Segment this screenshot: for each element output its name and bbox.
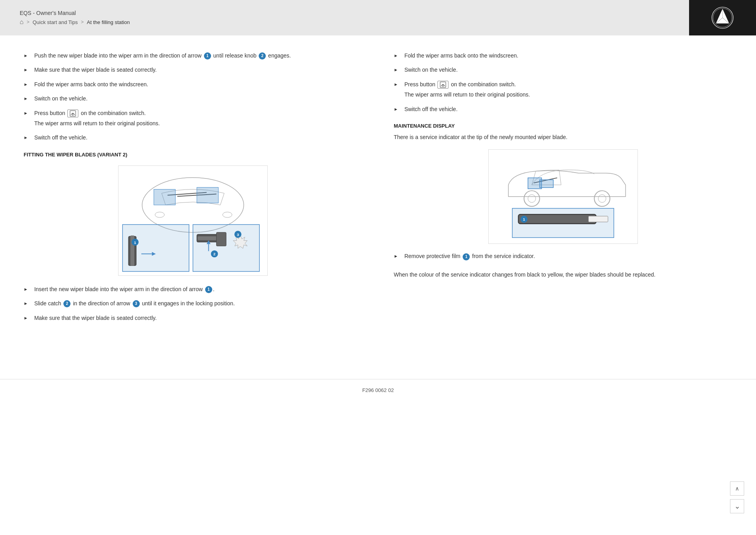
- bullet-1: ► Push the new wiper blade into the wipe…: [24, 51, 362, 60]
- right-bullet-text-1: Fold the wiper arms back onto the windsc…: [404, 51, 732, 60]
- page-code: F296 0062 02: [362, 387, 394, 393]
- bullet-8: ► Slide catch 2 in the direction of arro…: [24, 299, 362, 308]
- svg-rect-41: [588, 216, 608, 222]
- right-bullet-3-sub: The wiper arms will return to their orig…: [404, 90, 732, 99]
- right-bullet-text-2: Switch on the vehicle.: [404, 65, 732, 74]
- right-top-bullets: ► Fold the wiper arms back onto the wind…: [394, 51, 732, 113]
- chevron-down-icon: ⌄: [734, 502, 740, 511]
- bullet-3: ► Fold the wiper arms back onto the wind…: [24, 80, 362, 89]
- left-bottom-bullets: ► Insert the new wiper blade into the wi…: [24, 285, 362, 322]
- bullet-text-4: Switch on the vehicle.: [34, 94, 362, 103]
- breadcrumb-item1[interactable]: Quick start and Tips: [33, 19, 78, 25]
- right-bullet-text-3: Press button on the combination switch. …: [404, 80, 732, 99]
- svg-point-12: [155, 212, 165, 217]
- breadcrumb: ⌂ > Quick start and Tips > At the fillin…: [20, 19, 130, 26]
- bullet-arrow-8: ►: [24, 300, 28, 308]
- bullet-text-7: Insert the new wiper blade into the wipe…: [34, 285, 362, 294]
- maintenance-bullets: ► Remove protective film 1 from the serv…: [394, 252, 732, 260]
- variant2-image: 1 2: [118, 165, 268, 277]
- badge-8-3: 3: [133, 300, 140, 307]
- right-bullet-4: ► Switch off the vehicle.: [394, 105, 732, 113]
- svg-rect-10: [154, 189, 176, 205]
- badge-8-2: 2: [63, 300, 70, 307]
- mercedes-logo: [689, 0, 756, 35]
- svg-point-34: [524, 191, 540, 206]
- bullet-5-sub: The wiper arms will return to their orig…: [34, 119, 362, 128]
- page-footer: F296 0062 02: [0, 379, 756, 401]
- bullet-7: ► Insert the new wiper blade into the wi…: [24, 285, 362, 294]
- maintenance-note: When the colour of the service indicator…: [394, 270, 732, 279]
- svg-point-30: [443, 86, 443, 87]
- breadcrumb-item2: At the filling station: [87, 19, 130, 25]
- right-bullet-arrow-1: ►: [394, 52, 398, 60]
- bullet-9: ► Make sure that the wiper blade is seat…: [24, 314, 362, 322]
- variant2-svg: 1 2: [118, 165, 268, 276]
- svg-point-36: [594, 191, 610, 206]
- left-column: ► Push the new wiper blade into the wipe…: [24, 51, 362, 332]
- bullet-arrow-9: ►: [24, 315, 28, 322]
- wiper-button-icon: [67, 110, 78, 117]
- bullet-5: ► Press button on the combination switch…: [24, 109, 362, 128]
- chevron-up-icon: ∧: [735, 485, 739, 492]
- maintenance-bullet-1: ► Remove protective film 1 from the serv…: [394, 252, 732, 260]
- bullet-text-9: Make sure that the wiper blade is seated…: [34, 314, 362, 322]
- maintenance-svg: 1: [488, 149, 638, 244]
- right-bullet-text-4: Switch off the vehicle.: [404, 105, 732, 113]
- right-bullet-2: ► Switch on the vehicle.: [394, 65, 732, 74]
- wiper-icon-right: [440, 82, 446, 88]
- breadcrumb-sep1: >: [27, 19, 30, 25]
- variant2-heading: FITTING THE WIPER BLADES (VARIANT 2): [24, 152, 362, 158]
- maintenance-desc: There is a service indicator at the tip …: [394, 133, 732, 141]
- right-bullet-arrow-2: ►: [394, 67, 398, 74]
- bullet-text-6: Switch off the vehicle.: [34, 133, 362, 142]
- svg-text:1: 1: [134, 240, 136, 244]
- header: EQS - Owner's Manual ⌂ > Quick start and…: [0, 0, 756, 35]
- bullet-text-1: Push the new wiper blade into the wiper …: [34, 51, 362, 60]
- right-bullet-arrow-4: ►: [394, 106, 398, 113]
- right-bullet-arrow-3: ►: [394, 81, 398, 99]
- bullet-4: ► Switch on the vehicle.: [24, 94, 362, 103]
- maintenance-diagram-area: 1: [394, 149, 732, 244]
- bullet-arrow-2: ►: [24, 67, 28, 74]
- bullet-arrow-1: ►: [24, 52, 28, 60]
- home-icon[interactable]: ⌂: [20, 19, 24, 26]
- bullet-text-3: Fold the wiper arms back onto the windsc…: [34, 80, 362, 89]
- manual-title: EQS - Owner's Manual: [20, 10, 130, 16]
- right-bullet-3: ► Press button on the combination switch…: [394, 80, 732, 99]
- bullet-2: ► Make sure that the wiper blade is seat…: [24, 65, 362, 74]
- bullet-arrow-5: ►: [24, 110, 28, 128]
- page-wrapper: EQS - Owner's Manual ⌂ > Quick start and…: [0, 0, 756, 535]
- svg-rect-33: [540, 180, 554, 188]
- svg-point-13: [222, 212, 232, 217]
- svg-text:1: 1: [523, 217, 525, 222]
- badge-2: 2: [259, 52, 266, 59]
- maintenance-bullet-text: Remove protective film 1 from the servic…: [404, 252, 732, 260]
- wiper-button-icon-right: [437, 81, 448, 89]
- main-content: ► Push the new wiper blade into the wipe…: [0, 35, 756, 363]
- scroll-up-button[interactable]: ∧: [730, 481, 744, 496]
- svg-rect-11: [197, 187, 219, 203]
- svg-rect-20: [193, 225, 259, 271]
- badge-m1: 1: [463, 253, 470, 260]
- bullet-text-8: Slide catch 2 in the direction of arrow …: [34, 299, 362, 308]
- wiper-icon: [70, 110, 76, 117]
- bullet-arrow-3: ►: [24, 81, 28, 89]
- header-left: EQS - Owner's Manual ⌂ > Quick start and…: [20, 10, 130, 26]
- right-bullet-1: ► Fold the wiper arms back onto the wind…: [394, 51, 732, 60]
- svg-point-6: [72, 115, 73, 115]
- maintenance-bullet-arrow: ►: [394, 253, 398, 260]
- badge-7-1: 1: [205, 286, 212, 293]
- bullet-arrow-4: ►: [24, 95, 28, 103]
- badge-1: 1: [204, 52, 211, 59]
- svg-rect-40: [519, 215, 595, 223]
- variant2-diagram: 1 2: [24, 165, 362, 277]
- left-top-bullets: ► Push the new wiper blade into the wipe…: [24, 51, 362, 142]
- bullet-arrow-7: ►: [24, 286, 28, 294]
- scroll-down-button[interactable]: ⌄: [730, 499, 744, 513]
- maintenance-heading: MAINTENANCE DISPLAY: [394, 123, 732, 129]
- bullet-text-5: Press button on the combination switch. …: [34, 109, 362, 128]
- bullet-text-2: Make sure that the wiper blade is seated…: [34, 65, 362, 74]
- svg-point-37: [598, 195, 606, 202]
- breadcrumb-sep2: >: [81, 19, 84, 25]
- bullet-arrow-6: ►: [24, 134, 28, 142]
